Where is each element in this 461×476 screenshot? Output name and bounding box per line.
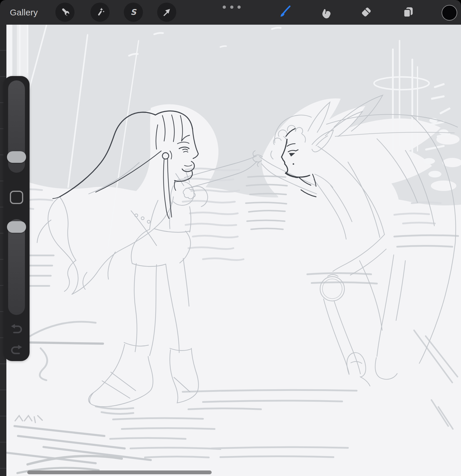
transform-button[interactable] [157, 3, 176, 22]
magic-wand-icon [95, 7, 105, 17]
eraser-icon [359, 5, 373, 19]
layers-icon [401, 5, 415, 19]
color-swatch-circle [441, 4, 458, 21]
drawing-canvas[interactable] [6, 25, 461, 476]
screen-corner [0, 0, 5, 5]
selection-letter: S [130, 8, 137, 17]
paint-brush-icon [277, 5, 292, 20]
selection-button[interactable]: S [124, 3, 143, 22]
eraser-tool-button[interactable] [357, 3, 375, 21]
layers-button[interactable] [399, 3, 418, 21]
brush-size-handle[interactable] [7, 151, 26, 163]
smudge-finger-icon [319, 5, 333, 19]
adjustments-button[interactable] [90, 3, 110, 22]
bottom-scroll-indicator[interactable] [27, 470, 212, 474]
brush-size-slider[interactable] [8, 80, 25, 173]
redo-button[interactable] [10, 344, 23, 356]
redo-arrow-icon [10, 344, 23, 356]
smudge-tool-button[interactable] [317, 3, 335, 21]
selection-s-icon: S [128, 7, 139, 17]
gallery-button[interactable]: Gallery [10, 0, 38, 25]
ellipsis-icon [223, 6, 226, 9]
modify-button[interactable] [10, 191, 23, 204]
ellipsis-icon [230, 6, 233, 9]
screen-corner [456, 0, 461, 5]
color-swatch-button[interactable] [440, 3, 459, 22]
canvas-options-button[interactable] [223, 3, 241, 10]
gallery-label: Gallery [10, 8, 38, 17]
paint-tool-button[interactable] [275, 3, 294, 21]
wrench-icon [60, 7, 70, 17]
brush-opacity-slider[interactable] [8, 219, 25, 315]
actions-button[interactable] [55, 3, 75, 22]
brush-opacity-handle[interactable] [7, 221, 26, 233]
ellipsis-icon [237, 6, 241, 9]
transform-arrow-icon [161, 7, 172, 17]
brush-sidebar [3, 76, 30, 361]
undo-button[interactable] [10, 323, 23, 335]
canvas-artwork [6, 25, 461, 476]
undo-arrow-icon [10, 323, 23, 335]
top-toolbar: Gallery S [0, 0, 461, 25]
